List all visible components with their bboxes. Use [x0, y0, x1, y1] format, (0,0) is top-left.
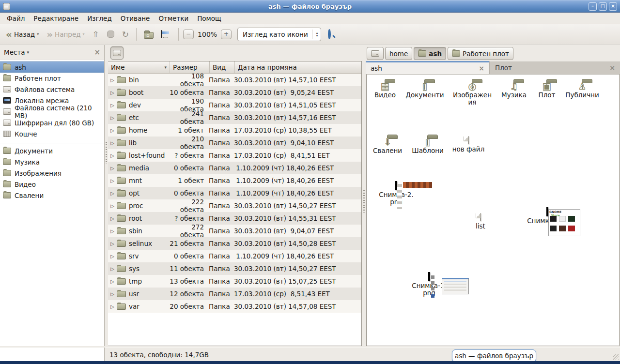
maximize-button[interactable]: □ [599, 2, 607, 11]
forward-dropdown-icon[interactable]: ▾ [83, 32, 85, 36]
table-row[interactable]: ▷ boot 10 обекта Папка 30.03.2010 (вт) 9… [108, 86, 361, 99]
column-name[interactable]: Име▾ [108, 61, 170, 73]
sidebar-place-item[interactable]: ash [0, 61, 104, 73]
table-row[interactable]: ▷ root ? обекта Папка 30.03.2010 (вт) 14… [108, 212, 361, 225]
folder-images[interactable]: ◎ Изображен ия [452, 82, 493, 106]
up-button[interactable]: ⇧ [90, 28, 102, 41]
tab-close-icon[interactable]: × [479, 64, 484, 72]
table-row[interactable]: ▷ sbin 272 обекта Папка 30.03.2010 (вт) … [108, 225, 361, 237]
expander-icon[interactable]: ▷ [108, 228, 117, 234]
table-row[interactable]: ▷ lost+found ? обекта Папка 17.03.2010 (… [108, 149, 361, 162]
sidebar-place-item[interactable]: Документи [0, 145, 104, 156]
forward-button[interactable]: » Напред ▾ [44, 29, 87, 40]
expander-icon[interactable]: ▷ [108, 191, 117, 196]
folder-public[interactable]: ♙ Публични [562, 82, 603, 99]
menu-go[interactable]: Отиване [117, 13, 154, 24]
menu-bookmarks[interactable]: Отметки [155, 13, 192, 24]
menu-file[interactable]: Файл [3, 13, 29, 24]
icon-view[interactable]: ▤ Видео ▯ Документи ◎ Изображен ия ♫ Муз… [366, 75, 620, 346]
expander-icon[interactable]: ▷ [108, 291, 117, 297]
table-row[interactable]: ▷ mnt 1 обект Папка 1.10.2009 (чт) 18,40… [108, 174, 361, 187]
expander-icon[interactable]: ▷ [108, 304, 117, 309]
back-dropdown-icon[interactable]: ▾ [37, 32, 39, 36]
column-size[interactable]: Размер [170, 61, 210, 73]
taskbar-window-button[interactable]: ash — файлов браузър [452, 349, 536, 362]
table-row[interactable]: ▷ home 1 обект Папка 17.03.2010 (ср) 10,… [108, 124, 361, 136]
breadcrumb-home-button[interactable]: home [385, 47, 412, 60]
folder-desktop[interactable]: ▣ Плот [527, 82, 567, 99]
table-row[interactable]: ▷ dev 190 обекта Папка 30.03.2010 (вт) 1… [108, 99, 361, 111]
sidebar-selector[interactable]: Места [4, 48, 25, 56]
table-row[interactable]: ▷ tmp 13 обекта Папка 30.03.2010 (вт) 15… [108, 275, 361, 288]
stop-button[interactable] [104, 29, 117, 40]
sidebar-place-item[interactable]: Музика [0, 156, 104, 167]
tab-close-icon[interactable]: × [609, 64, 615, 72]
back-button[interactable]: « Назад ▾ [3, 29, 42, 40]
expander-icon[interactable]: ▷ [108, 140, 117, 146]
table-row[interactable]: ▷ proc 222 обекта Папка 30.03.2010 (вт) … [108, 199, 361, 212]
split-resize-handle[interactable] [362, 45, 366, 346]
table-row[interactable]: ▷ lib 210 обекта Папка 30.03.2010 (вт) 9… [108, 136, 361, 149]
zoom-in-button[interactable]: + [221, 30, 232, 39]
file-list[interactable]: list [460, 213, 501, 230]
computer-button[interactable] [158, 29, 174, 40]
file-new-file[interactable]: нов файл [448, 136, 489, 153]
sidebar-place-item[interactable]: Свалени [0, 190, 104, 201]
expander-icon[interactable]: ▷ [108, 178, 117, 183]
table-row[interactable]: ▷ selinux 21 обекта Папка 30.03.2010 (вт… [108, 237, 361, 250]
table-row[interactable]: ▷ usr 12 обекта Папка 17.03.2010 (ср) 8,… [108, 288, 361, 300]
search-icon[interactable] [328, 30, 336, 38]
zoom-out-button[interactable]: − [183, 30, 194, 39]
minimize-button[interactable]: – [589, 2, 597, 11]
close-button[interactable]: × [609, 2, 617, 11]
expander-icon[interactable]: ▷ [108, 128, 117, 133]
root-path-button[interactable] [110, 46, 124, 60]
tab-ash[interactable]: ash × [366, 61, 490, 74]
menu-view[interactable]: Изглед [83, 13, 116, 24]
reload-button[interactable]: ↻ [119, 28, 132, 41]
file-snimka-png[interactable]: GNOME Store Снимка.png [521, 208, 574, 225]
sidebar-place-item[interactable]: Изображения [0, 167, 104, 179]
expander-icon[interactable]: ▷ [108, 153, 117, 158]
expander-icon[interactable]: ▷ [108, 77, 117, 83]
tab-plot[interactable]: Плот × [490, 61, 620, 74]
sidebar-place-item[interactable]: Работен плот [0, 73, 104, 84]
expander-icon[interactable]: ▷ [108, 266, 117, 272]
table-row[interactable]: ▷ opt 0 обекта Папка 1.10.2009 (чт) 18,4… [108, 187, 361, 199]
table-row[interactable]: ▷ srv 0 обекта Папка 1.10.2009 (чт) 18,4… [108, 250, 361, 262]
table-row[interactable]: ▷ bin 108 обекта Папка 30.03.2010 (вт) 1… [108, 74, 361, 86]
sidebar-place-item[interactable]: Файлова система [0, 84, 104, 95]
expander-icon[interactable]: ▷ [108, 203, 117, 209]
view-mode-spinner-icon[interactable]: ▴▾ [316, 31, 318, 37]
expander-icon[interactable]: ▷ [108, 103, 117, 108]
sidebar-selector-caret-icon[interactable]: ▾ [27, 50, 30, 55]
expander-icon[interactable]: ▷ [108, 90, 117, 95]
table-row[interactable]: ▷ sys 11 обекта Папка 30.03.2010 (вт) 14… [108, 262, 361, 275]
table-row[interactable]: ▷ var 20 обекта Папка 30.03.2010 (вт) 14… [108, 300, 361, 313]
sidebar-close-icon[interactable]: × [94, 48, 100, 57]
expander-icon[interactable]: ▷ [108, 254, 117, 259]
folder-downloads[interactable]: ⇩ Свалени [367, 138, 408, 154]
expander-icon[interactable]: ▷ [108, 241, 117, 246]
file-snimka1-png[interactable]: Снимка-1. png [403, 273, 456, 297]
breadcrumb-desktop-button[interactable]: Работен плот [448, 47, 513, 60]
expander-icon[interactable]: ▷ [108, 166, 117, 171]
sidebar-place-item[interactable]: Видео [0, 179, 104, 190]
file-snimka2-png[interactable]: GUADEC Снимка-2. png [370, 182, 423, 206]
table-row[interactable]: ▷ media 0 обекта Папка 1.10.2009 (чт) 18… [108, 162, 361, 174]
folder-documents[interactable]: ▯ Документи [404, 82, 445, 99]
menu-help[interactable]: Помощ [193, 13, 225, 24]
expander-icon[interactable]: ▷ [108, 279, 117, 284]
expander-icon[interactable]: ▷ [108, 216, 117, 221]
column-type[interactable]: Вид [210, 61, 235, 73]
folder-templates[interactable]: ▯ Шаблони [407, 138, 448, 154]
sidebar-place-item[interactable]: Файлова система (210 MB) [0, 106, 104, 117]
folder-video[interactable]: ▤ Видео [366, 82, 405, 99]
sidebar-place-item[interactable]: Кошче [0, 128, 104, 139]
home-button[interactable]: ⌂ [141, 28, 156, 41]
breadcrumb-root-button[interactable] [367, 47, 384, 60]
menu-edit[interactable]: Редактиране [30, 13, 82, 24]
sidebar-resize-handle[interactable] [105, 45, 108, 346]
expander-icon[interactable]: ▷ [108, 115, 117, 121]
column-date[interactable]: Дата на промяна [235, 61, 361, 73]
